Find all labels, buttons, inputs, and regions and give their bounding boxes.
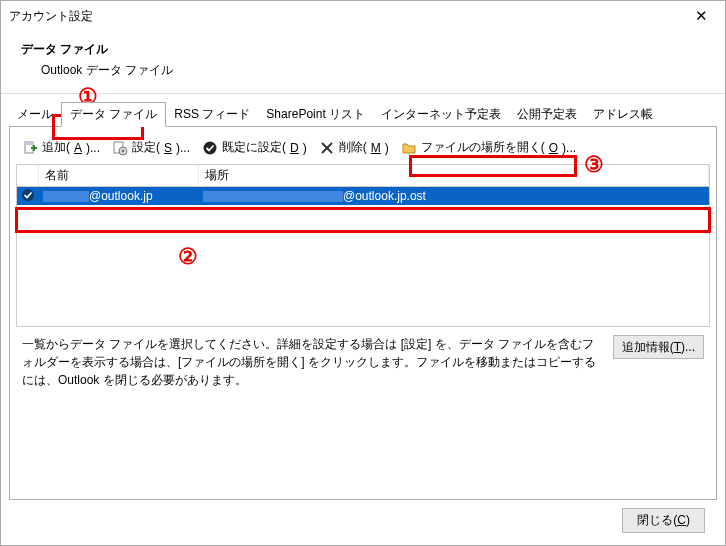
folder-open-icon: [401, 140, 417, 156]
info-label-pre: 追加情報(: [622, 340, 674, 354]
tab-address-book[interactable]: アドレス帳: [585, 103, 661, 126]
set-default-button[interactable]: 既定に設定(D): [198, 137, 311, 158]
delete-icon: [319, 140, 335, 156]
default-label-post: ): [303, 141, 307, 155]
svg-point-6: [122, 149, 125, 152]
svg-point-7: [204, 141, 217, 154]
list-row[interactable]: @outlook.jp @outlook.jp.ost: [17, 187, 709, 205]
tab-sharepoint[interactable]: SharePoint リスト: [258, 103, 373, 126]
account-settings-dialog: アカウント設定 ✕ データ ファイル Outlook データ ファイル メール …: [0, 0, 726, 546]
hint-row: 一覧からデータ ファイルを選択してください。詳細を設定する場合は [設定] を、…: [16, 327, 710, 389]
settings-accel: S: [164, 141, 172, 155]
header-block: データ ファイル Outlook データ ファイル: [1, 31, 725, 94]
tab-data-files[interactable]: データ ファイル: [61, 102, 166, 127]
add-file-icon: [22, 140, 38, 156]
row-location-suffix: @outlook.jp.ost: [343, 189, 426, 203]
tabs-container: メール データ ファイル RSS フィード SharePoint リスト インタ…: [1, 94, 725, 545]
redacted-location-prefix: [203, 191, 343, 202]
header-title: データ ファイル: [21, 41, 705, 58]
open-label-pre: ファイルの場所を開く(: [421, 139, 545, 156]
open-label-post: )...: [562, 141, 576, 155]
remove-button[interactable]: 削除(M): [315, 137, 393, 158]
tab-internet-cal[interactable]: インターネット予定表: [373, 103, 509, 126]
row-name-suffix: @outlook.jp: [89, 189, 153, 203]
dialog-footer: 閉じる(C): [9, 500, 717, 545]
default-check-icon: [17, 188, 39, 205]
settings-button[interactable]: 設定(S)...: [108, 137, 194, 158]
svg-rect-1: [25, 142, 33, 145]
check-circle-icon: [202, 140, 218, 156]
close-label-pre: 閉じる(: [637, 513, 677, 527]
additional-info-button[interactable]: 追加情報(T)...: [613, 335, 704, 359]
svg-point-10: [22, 189, 34, 201]
remove-label-post: ): [385, 141, 389, 155]
close-label-post: ): [686, 513, 690, 527]
info-accel: T: [674, 340, 681, 354]
add-label-post: )...: [86, 141, 100, 155]
add-button[interactable]: 追加(A)...: [18, 137, 104, 158]
close-accel: C: [677, 513, 686, 527]
default-label-pre: 既定に設定(: [222, 139, 286, 156]
col-location[interactable]: 場所: [199, 165, 709, 186]
tab-mail[interactable]: メール: [9, 103, 61, 126]
col-name[interactable]: 名前: [39, 165, 199, 186]
tab-strip: メール データ ファイル RSS フィード SharePoint リスト インタ…: [9, 102, 717, 126]
settings-icon: [112, 140, 128, 156]
row-location: @outlook.jp.ost: [199, 189, 709, 203]
settings-label-pre: 設定(: [132, 139, 160, 156]
titlebar: アカウント設定 ✕: [1, 1, 725, 31]
tab-published-cal[interactable]: 公開予定表: [509, 103, 585, 126]
default-accel: D: [290, 141, 299, 155]
list-header: 名前 場所: [16, 164, 710, 187]
col-default-marker[interactable]: [17, 165, 39, 186]
redacted-name-prefix: [43, 191, 89, 202]
remove-accel: M: [371, 141, 381, 155]
remove-label-pre: 削除(: [339, 139, 367, 156]
hint-text: 一覧からデータ ファイルを選択してください。詳細を設定する場合は [設定] を、…: [22, 335, 601, 389]
tab-rss[interactable]: RSS フィード: [166, 103, 258, 126]
toolbar: 追加(A)... 設定(S)... 既定に設定(D): [16, 133, 710, 164]
add-label-pre: 追加(: [42, 139, 70, 156]
open-location-button[interactable]: ファイルの場所を開く(O)...: [397, 137, 580, 158]
close-icon[interactable]: ✕: [685, 1, 717, 31]
row-name: @outlook.jp: [39, 189, 199, 203]
info-label-post: )...: [681, 340, 695, 354]
open-accel: O: [549, 141, 558, 155]
header-subtitle: Outlook データ ファイル: [41, 62, 705, 79]
data-file-list[interactable]: @outlook.jp @outlook.jp.ost: [16, 187, 710, 327]
tab-panel-data-files: 追加(A)... 設定(S)... 既定に設定(D): [9, 126, 717, 500]
add-accel: A: [74, 141, 82, 155]
window-title: アカウント設定: [9, 8, 93, 25]
settings-label-post: )...: [176, 141, 190, 155]
close-button[interactable]: 閉じる(C): [622, 508, 705, 533]
